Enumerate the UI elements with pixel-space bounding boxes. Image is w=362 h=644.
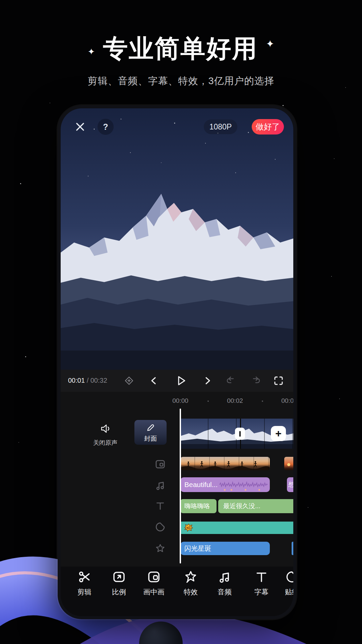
playback-controls: 00:01 / 00:32 [61,370,293,392]
audio-clip[interactable]: Beautiful... [180,477,270,492]
text-track-icon[interactable] [155,500,166,512]
undo-icon[interactable] [225,375,236,386]
video-preview[interactable]: ? 1080P 做好了 [61,108,293,370]
pip-video-clip[interactable] [180,457,270,470]
music-track-icon[interactable] [155,480,166,491]
playhead[interactable] [180,409,181,564]
video-clip-main[interactable]: + [180,419,293,449]
time-current: 00:01 [68,377,85,384]
beat-marker [231,489,232,491]
page-title: 专业简单好用 [103,32,258,66]
beat-marker [224,489,226,491]
audio-clip[interactable]: 想 [287,477,293,492]
sticker-thumbnail [183,523,194,532]
toolbar-item-audio[interactable]: 音频 [210,570,239,597]
play-icon[interactable] [175,375,187,387]
ruler-dot [262,400,263,402]
add-clip-button[interactable]: + [271,426,286,441]
ruler-tick: 00:02 [227,397,243,405]
scissors-icon [77,570,92,584]
toolbar-item-edit[interactable]: 剪辑 [70,570,99,597]
fullscreen-icon[interactable] [273,375,284,386]
caption-clip[interactable]: 最近很久没... [218,499,293,513]
magic-star-icon [184,570,198,584]
caption-clip-label: 嗨咯嗨咯 [184,502,210,511]
audio-clip-label: 想 [288,480,293,489]
caption-clip[interactable]: 嗨咯嗨咯 [180,499,217,513]
toolbar-label: 比例 [105,587,133,597]
cover-edit-button[interactable]: 封面 [134,420,167,445]
effect-clip-label: 闪光星斑 [184,544,211,553]
phone-mockup: ? 1080P 做好了 00:01 / 00:32 [58,105,296,619]
quality-button[interactable]: 1080P [204,119,237,134]
toolbar-item-captions[interactable]: 字幕 [247,570,276,597]
redo-icon[interactable] [251,375,261,386]
beat-marker [258,489,260,491]
frame-separators [180,457,270,470]
toolbar-item-stickers[interactable]: 贴纸 [278,570,293,597]
toolbar-item-pip[interactable]: 画中画 [140,570,168,597]
toolbar-label: 特效 [177,587,205,597]
sticker-clip[interactable] [180,522,293,534]
time-separator: / [87,377,89,384]
toolbar-label: 剪辑 [70,587,99,597]
sticker-track-icon[interactable] [155,521,166,533]
ruler-tick: 00:00 [172,397,188,405]
done-label: 做好了 [256,121,280,132]
toolbar-item-ratio[interactable]: 比例 [105,570,133,597]
ruler-dot [207,400,209,402]
speaker-icon [99,423,111,435]
editor-screen: ? 1080P 做好了 00:01 / 00:32 [61,108,293,616]
next-frame-icon[interactable] [202,375,213,386]
effect-clip[interactable]: 闪光星斑 [180,542,270,555]
toolbar-label: 贴纸 [278,587,293,597]
keyframe-icon[interactable] [124,375,134,386]
mute-original-sound-button[interactable]: 关闭原声 [90,423,120,447]
pip-track-icon[interactable] [155,459,166,470]
hero: ✦ 专业简单好用 ✦ 剪辑、音频、字幕、特效，3亿用户的选择 [0,32,362,88]
pip-icon [147,570,161,584]
cover-label: 封面 [134,434,167,443]
mute-label: 关闭原声 [90,439,120,447]
help-icon: ? [103,122,108,132]
ratio-icon [112,570,126,584]
close-button[interactable] [73,119,87,134]
timeline: 00:00 00:02 00:04 关闭原声 [61,392,293,567]
time-display: 00:01 / 00:32 [68,377,107,384]
time-total: 00:32 [90,377,107,384]
pencil-icon [145,423,156,433]
sparkle-icon: ✦ [266,38,274,50]
toolbar-item-effects[interactable]: 特效 [177,570,205,597]
close-icon [73,119,87,134]
clip-divider-handle[interactable] [235,428,245,440]
ruler-tick: 00:04 [281,397,293,405]
beat-marker [245,489,246,491]
done-button[interactable]: 做好了 [252,119,284,135]
mountain-scene [61,108,293,370]
quality-label: 1080P [209,122,232,131]
help-button[interactable]: ? [98,119,114,135]
waveform [219,481,268,488]
editor-toolbar: 剪辑 比例 画中画 [61,567,293,616]
toolbar-label: 画中画 [140,587,168,597]
toolbar-label: 字幕 [247,587,276,597]
effect-track-icon[interactable] [155,543,166,554]
prev-frame-icon[interactable] [148,375,159,386]
page-subtitle: 剪辑、音频、字幕、特效，3亿用户的选择 [0,74,362,88]
pip-video-clip[interactable] [284,457,293,470]
sticker-icon [285,570,293,584]
page: ✦ 专业简单好用 ✦ 剪辑、音频、字幕、特效，3亿用户的选择 [0,0,362,644]
audio-clip-label: Beautiful... [184,481,218,489]
music-note-icon [218,570,232,584]
toolbar-label: 音频 [210,587,239,597]
effect-clip[interactable] [292,542,293,555]
text-icon [254,570,268,584]
sparkle-icon: ✦ [88,47,95,57]
caption-clip-label: 最近很久没... [223,502,260,511]
